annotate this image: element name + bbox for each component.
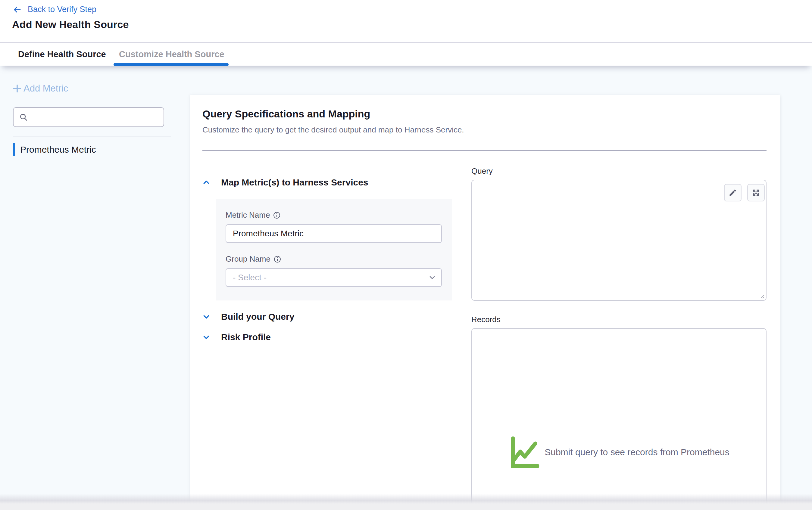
query-toolbar <box>724 184 765 202</box>
line-chart-icon <box>509 435 539 470</box>
add-metric-label: Add Metric <box>24 83 68 94</box>
info-icon[interactable] <box>273 211 281 219</box>
select-placeholder: - Select - <box>233 273 266 282</box>
card-subheading: Customize the query to get the desired o… <box>202 125 766 134</box>
back-link[interactable]: Back to Verify Step <box>12 5 96 14</box>
back-arrow-icon <box>12 5 22 14</box>
metric-name-label: Metric Name <box>226 210 270 220</box>
maximize-icon <box>752 188 760 197</box>
section-title: Build your Query <box>221 311 294 322</box>
metric-name-input[interactable] <box>226 224 442 243</box>
query-mapping-card: Query Specifications and Mapping Customi… <box>190 95 780 510</box>
metric-list-item-selected[interactable]: Prometheus Metric <box>13 143 96 156</box>
query-label: Query <box>471 167 493 176</box>
search-icon <box>19 113 28 122</box>
info-icon[interactable] <box>273 255 281 263</box>
card-heading: Query Specifications and Mapping <box>202 108 766 120</box>
group-name-select[interactable]: - Select - <box>226 268 442 287</box>
section-title: Map Metric(s) to Harness Services <box>221 177 368 187</box>
bottom-fade-strip <box>0 494 812 510</box>
tab-define-health-source[interactable]: Define Health Source <box>18 43 106 66</box>
card-divider <box>202 150 766 151</box>
records-label: Records <box>471 315 500 324</box>
metric-search[interactable] <box>13 107 164 127</box>
records-empty-text: Submit query to see records from Prometh… <box>545 447 729 457</box>
records-panel: Submit query to see records from Prometh… <box>471 328 766 510</box>
selected-indicator-bar <box>13 143 15 156</box>
group-name-label: Group Name <box>226 254 270 264</box>
card-header: Query Specifications and Mapping Customi… <box>190 95 780 151</box>
metrics-sidebar: Add Metric Prometheus Metric <box>0 66 190 510</box>
active-tab-underline <box>114 63 229 66</box>
chevron-down-icon <box>202 313 210 321</box>
search-input[interactable] <box>32 108 164 126</box>
map-metrics-panel: Metric Name Group Name <box>216 199 452 300</box>
page-header: Back to Verify Step Add New Health Sourc… <box>0 0 812 42</box>
query-textarea[interactable] <box>471 180 766 301</box>
pencil-icon <box>729 188 737 197</box>
section-title: Risk Profile <box>221 332 271 342</box>
resize-handle-icon[interactable] <box>759 293 765 299</box>
tab-customize-health-source[interactable]: Customize Health Source <box>119 43 224 66</box>
metric-item-label: Prometheus Metric <box>20 145 96 155</box>
section-risk-profile[interactable]: Risk Profile <box>202 332 271 342</box>
metric-name-label-row: Metric Name <box>226 210 452 220</box>
tab-bar: Define Health Source Customize Health So… <box>0 42 812 66</box>
group-name-label-row: Group Name <box>226 254 452 264</box>
section-build-query[interactable]: Build your Query <box>202 311 294 322</box>
sidebar-divider <box>13 136 171 137</box>
page-body: Add Metric Prometheus Metric Query Speci… <box>0 66 812 510</box>
chevron-down-icon <box>428 273 436 282</box>
expand-query-button[interactable] <box>747 184 765 202</box>
plus-icon <box>12 83 22 94</box>
chevron-up-icon <box>202 179 210 186</box>
section-map-metrics[interactable]: Map Metric(s) to Harness Services <box>202 177 368 187</box>
add-metric-button[interactable]: Add Metric <box>12 83 68 94</box>
records-empty-state: Submit query to see records from Prometh… <box>509 435 729 470</box>
back-link-label: Back to Verify Step <box>28 5 96 14</box>
chevron-down-icon <box>202 333 210 341</box>
edit-query-button[interactable] <box>724 184 742 202</box>
page-title: Add New Health Source <box>12 19 129 30</box>
